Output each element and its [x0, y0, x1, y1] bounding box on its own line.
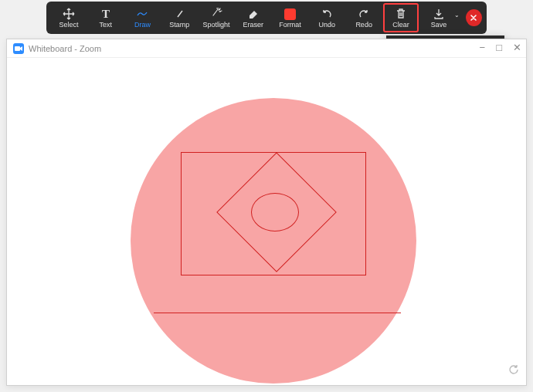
- stamp-button[interactable]: Stamp: [161, 3, 197, 32]
- clear-label: Clear: [392, 22, 409, 29]
- svg-text:T: T: [102, 8, 110, 20]
- redo-icon: [357, 7, 371, 21]
- move-icon: [62, 7, 76, 21]
- refresh-icon[interactable]: [508, 363, 520, 379]
- download-icon: [432, 7, 446, 21]
- text-label: Text: [99, 22, 112, 29]
- maximize-button[interactable]: □: [496, 42, 502, 52]
- close-window-button[interactable]: ✕: [513, 42, 521, 52]
- clear-button[interactable]: Clear: [383, 3, 419, 32]
- close-toolbar-button[interactable]: [466, 9, 482, 26]
- text-button[interactable]: T Text: [88, 3, 124, 32]
- eraser-button[interactable]: Eraser: [236, 3, 271, 32]
- stamp-icon: [172, 7, 186, 21]
- save-button[interactable]: Save: [420, 3, 457, 32]
- undo-label: Undo: [319, 22, 336, 29]
- ellipse-shape: [251, 193, 299, 231]
- stamp-label: Stamp: [169, 22, 189, 29]
- close-icon: [469, 13, 478, 22]
- redo-button[interactable]: Redo: [346, 3, 382, 32]
- minimize-button[interactable]: −: [480, 42, 486, 52]
- undo-button[interactable]: Undo: [309, 3, 345, 32]
- format-label: Format: [279, 22, 301, 29]
- undo-icon: [320, 7, 334, 21]
- select-label: Select: [59, 22, 78, 29]
- eraser-label: Eraser: [243, 22, 264, 29]
- horizontal-line-shape: [154, 313, 401, 313]
- window-title: Whiteboard - Zoom: [29, 44, 101, 53]
- annotation-toolbar: Select T Text Draw Stamp Spotlight: [46, 2, 487, 34]
- spotlight-label: Spotlight: [203, 22, 230, 29]
- svg-rect-1: [15, 46, 20, 51]
- spotlight-button[interactable]: Spotlight: [199, 3, 234, 32]
- draw-button[interactable]: Draw: [125, 3, 161, 32]
- draw-icon: [135, 7, 149, 21]
- draw-label: Draw: [134, 22, 151, 29]
- redo-label: Redo: [355, 22, 372, 29]
- window-titlebar: Whiteboard - Zoom − □ ✕: [7, 39, 526, 58]
- trash-icon: [394, 7, 408, 21]
- format-button[interactable]: Format: [273, 3, 308, 32]
- text-icon: T: [99, 7, 113, 21]
- whiteboard-canvas[interactable]: [7, 58, 526, 385]
- zoom-logo-icon: [13, 43, 24, 54]
- save-label: Save: [431, 22, 447, 29]
- window-controls: − □ ✕: [480, 42, 521, 52]
- eraser-icon: [246, 7, 260, 21]
- whiteboard-window: Whiteboard - Zoom − □ ✕: [6, 39, 527, 386]
- select-button[interactable]: Select: [51, 3, 87, 32]
- spotlight-icon: [209, 7, 223, 21]
- format-icon: [283, 7, 297, 21]
